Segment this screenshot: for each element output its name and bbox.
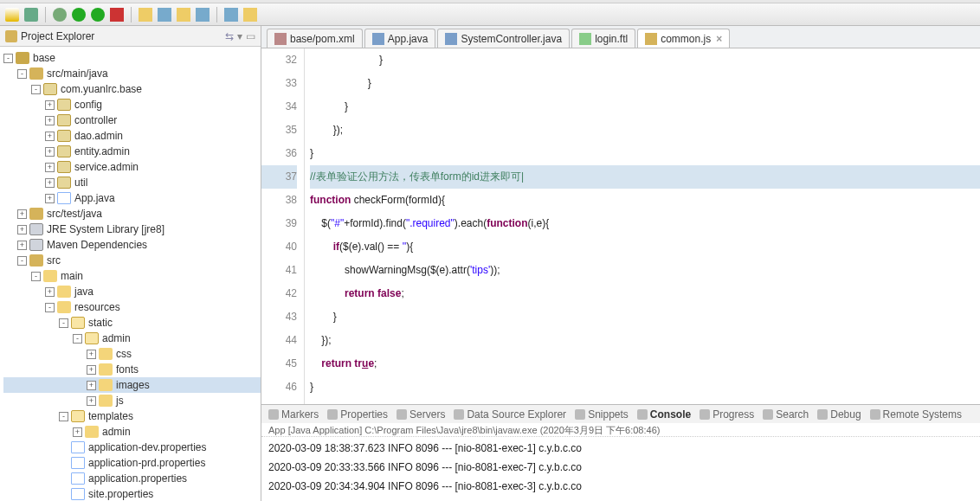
tree-item[interactable]: -static bbox=[3, 315, 261, 331]
bottom-tab-label: Snippets bbox=[588, 408, 629, 421]
bottom-tab[interactable]: Console bbox=[637, 408, 691, 421]
toolbar-icon[interactable] bbox=[196, 8, 210, 22]
tree-item[interactable]: site.properties bbox=[3, 486, 261, 501]
console-output[interactable]: 2020-03-09 18:38:37.623 INFO 8096 --- [n… bbox=[261, 437, 980, 501]
tree-item[interactable]: application.properties bbox=[3, 471, 261, 486]
bottom-tab[interactable]: Data Source Explorer bbox=[454, 408, 566, 421]
tree-item[interactable]: -com.yuanlrc.base bbox=[3, 81, 261, 97]
tree-item-label: src/main/java bbox=[47, 67, 108, 80]
toolbar-icon[interactable] bbox=[224, 8, 238, 22]
tree-item-label: com.yuanlrc.base bbox=[61, 83, 142, 95]
tree-item[interactable]: -admin bbox=[3, 331, 261, 346]
tree-item-icon bbox=[71, 457, 85, 469]
toolbar-icon[interactable] bbox=[177, 8, 190, 22]
close-icon[interactable]: × bbox=[716, 33, 722, 45]
tree-item-label: controller bbox=[74, 114, 117, 126]
tree-item[interactable]: -templates bbox=[3, 408, 261, 424]
code-editor[interactable]: 323334353637383940414243444546 } } } });… bbox=[261, 48, 980, 404]
tree-item[interactable]: -src/main/java bbox=[3, 66, 261, 81]
tree-item-label: base bbox=[33, 52, 55, 64]
tree-item-icon bbox=[57, 161, 71, 173]
tree-item-label: css bbox=[116, 348, 132, 360]
tree-item[interactable]: +images bbox=[3, 377, 261, 393]
bottom-tab[interactable]: Properties bbox=[327, 408, 388, 421]
tree-item[interactable]: +config bbox=[3, 97, 261, 112]
tree-item-icon bbox=[99, 395, 113, 407]
tree-item[interactable]: +java bbox=[3, 284, 261, 299]
tree-item[interactable]: +admin bbox=[3, 424, 261, 440]
tree-item-label: config bbox=[74, 99, 102, 111]
tree-item-label: JRE System Library [jre8] bbox=[47, 223, 164, 235]
tree-item[interactable]: -base bbox=[3, 50, 261, 66]
tree-item[interactable]: +css bbox=[3, 346, 261, 362]
editor-tab[interactable]: common.js× bbox=[637, 29, 730, 48]
tree-item-label: App.java bbox=[74, 192, 115, 204]
tab-file-icon bbox=[445, 33, 457, 45]
tree-item[interactable]: -src bbox=[3, 253, 261, 268]
editor-tab[interactable]: SystemController.java bbox=[437, 29, 570, 48]
bottom-view-tabs: MarkersPropertiesServersData Source Expl… bbox=[261, 404, 980, 423]
link-with-editor-icon[interactable]: ⇆ bbox=[225, 30, 234, 42]
bottom-tab[interactable]: Snippets bbox=[575, 408, 629, 421]
bottom-tab[interactable]: Markers bbox=[268, 408, 319, 421]
save-button[interactable] bbox=[24, 8, 38, 22]
tree-item-icon bbox=[16, 52, 29, 64]
bottom-tab-label: Servers bbox=[409, 408, 445, 421]
tree-item[interactable]: application-dev.properties bbox=[3, 440, 261, 455]
tree-item[interactable]: +dao.admin bbox=[3, 128, 261, 144]
run-button[interactable] bbox=[72, 8, 86, 22]
tree-item[interactable]: application-prd.properties bbox=[3, 455, 261, 471]
tree-item[interactable]: -resources bbox=[3, 299, 261, 315]
tab-label: App.java bbox=[388, 33, 429, 45]
tree-item[interactable]: +js bbox=[3, 393, 261, 408]
tab-file-icon bbox=[372, 33, 384, 45]
tree-item[interactable]: +App.java bbox=[3, 190, 261, 206]
minimize-icon[interactable]: ▭ bbox=[246, 30, 255, 42]
tree-item-label: site.properties bbox=[88, 488, 153, 500]
console-header: App [Java Application] C:\Program Files\… bbox=[261, 423, 980, 437]
project-tree[interactable]: -base-src/main/java-com.yuanlrc.base+con… bbox=[0, 47, 261, 501]
run-last-button[interactable] bbox=[91, 8, 105, 22]
code-area[interactable]: } } } });}//表单验证公用方法，传表单form的id进来即可|func… bbox=[305, 48, 980, 404]
tree-item-label: util bbox=[74, 177, 87, 189]
tree-item[interactable]: +util bbox=[3, 175, 261, 190]
bottom-tab-label: Progress bbox=[712, 408, 754, 421]
tree-item-label: application.properties bbox=[88, 472, 187, 485]
tree-item[interactable]: +fonts bbox=[3, 362, 261, 377]
main-toolbar bbox=[0, 3, 980, 26]
bottom-tab[interactable]: Servers bbox=[397, 408, 445, 421]
tree-item-icon bbox=[71, 488, 85, 500]
tree-item[interactable]: -main bbox=[3, 268, 261, 284]
tree-item-icon bbox=[57, 286, 71, 298]
tree-item[interactable]: +Maven Dependencies bbox=[3, 237, 261, 253]
tab-label: common.js bbox=[661, 33, 711, 45]
bottom-tab[interactable]: Remote Systems bbox=[870, 408, 962, 421]
editor-tab[interactable]: base/pom.xml bbox=[267, 29, 363, 48]
toolbar-icon[interactable] bbox=[158, 8, 171, 22]
tree-item-icon bbox=[57, 192, 71, 204]
editor-tab[interactable]: App.java bbox=[364, 29, 436, 48]
bottom-tab[interactable]: Search bbox=[763, 408, 809, 421]
tab-file-icon bbox=[579, 33, 591, 45]
tree-item[interactable]: +JRE System Library [jre8] bbox=[3, 222, 261, 237]
tree-item-icon bbox=[43, 270, 57, 282]
tree-item-label: templates bbox=[88, 410, 133, 422]
bottom-tab-icon bbox=[575, 409, 585, 420]
view-menu-icon[interactable]: ▾ bbox=[237, 30, 242, 42]
new-button[interactable] bbox=[5, 8, 19, 22]
bottom-tab[interactable]: Debug bbox=[817, 408, 861, 421]
toolbar-icon[interactable] bbox=[243, 8, 257, 22]
tree-item[interactable]: +src/test/java bbox=[3, 206, 261, 222]
tree-item-icon bbox=[29, 67, 43, 80]
tree-item[interactable]: +controller bbox=[3, 112, 261, 128]
tree-item[interactable]: +entity.admin bbox=[3, 144, 261, 159]
stop-button[interactable] bbox=[110, 8, 124, 22]
editor-tab[interactable]: login.ftl bbox=[571, 29, 635, 48]
bottom-tab[interactable]: Progress bbox=[700, 408, 754, 421]
tree-item[interactable]: +service.admin bbox=[3, 159, 261, 175]
toolbar-icon[interactable] bbox=[139, 8, 152, 22]
tab-label: login.ftl bbox=[595, 33, 628, 45]
tree-item-icon bbox=[85, 332, 99, 344]
debug-button[interactable] bbox=[53, 8, 67, 22]
project-explorer-panel: Project Explorer ⇆ ▾ ▭ -base-src/main/ja… bbox=[0, 26, 261, 501]
